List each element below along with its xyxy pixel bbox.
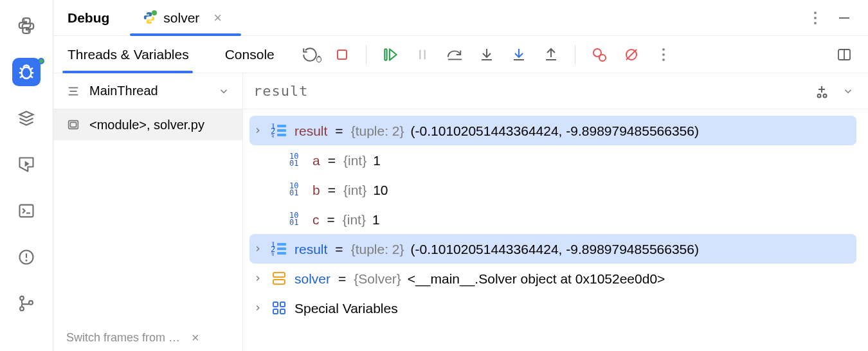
expand-icon[interactable] (252, 244, 264, 253)
rail-problems-icon[interactable] (12, 243, 41, 271)
svg-rect-77 (280, 309, 285, 314)
var-name: result (294, 242, 327, 256)
svg-rect-71 (277, 252, 286, 255)
svg-line-5 (20, 68, 23, 70)
variable-row[interactable]: solver = {Solver} <__main__.Solver objec… (249, 264, 856, 293)
stack-frame[interactable]: <module>, solver.py (53, 109, 242, 140)
frame-icon (66, 118, 80, 132)
var-value: 1 (372, 213, 380, 226)
svg-text:01: 01 (289, 188, 298, 197)
var-value: (-0.10102051443364424, -9.89897948556635… (411, 242, 699, 256)
chevron-down-icon (218, 86, 230, 97)
toolbar-more-icon[interactable] (655, 46, 672, 63)
var-name: solver (294, 272, 330, 285)
rail-debug-icon[interactable] (12, 58, 41, 86)
step-into-icon[interactable] (478, 46, 495, 63)
svg-rect-69 (277, 243, 286, 246)
var-type-icon: 123 (270, 123, 288, 138)
svg-rect-73 (273, 280, 285, 284)
thread-selector[interactable]: MainThread (53, 73, 242, 109)
hint-text: Switch frames from … (66, 331, 180, 345)
variable-row[interactable]: 1001a = {int} 1 (249, 145, 856, 175)
svg-rect-59 (277, 134, 286, 136)
svg-text:01: 01 (289, 159, 298, 167)
file-tab-label: solver (163, 10, 199, 26)
var-name: Special Variables (294, 302, 398, 315)
layout-icon[interactable] (836, 46, 853, 63)
var-type-icon: 1001 (288, 153, 306, 167)
svg-point-21 (814, 17, 817, 19)
add-watch-icon[interactable] (814, 84, 829, 99)
var-type: {int} (343, 213, 366, 226)
variable-row[interactable]: Special Variables (249, 293, 856, 323)
file-tab[interactable]: solver × (135, 0, 228, 35)
rail-stack-icon[interactable] (12, 104, 41, 132)
svg-point-0 (23, 19, 24, 21)
variable-row[interactable]: 123result = {tuple: 2} (-0.1010205144336… (249, 116, 856, 145)
svg-line-8 (30, 76, 33, 78)
svg-point-37 (599, 55, 606, 61)
minimize-icon[interactable] (837, 11, 851, 25)
svg-rect-57 (277, 125, 286, 127)
var-value: 10 (373, 183, 388, 197)
rail-terminal-icon[interactable] (12, 197, 41, 225)
var-type: {tuple: 2} (351, 124, 404, 138)
svg-rect-76 (273, 309, 278, 314)
svg-point-20 (814, 12, 817, 14)
close-icon[interactable]: × (213, 10, 222, 26)
resume-icon[interactable] (382, 46, 399, 63)
svg-point-22 (814, 22, 817, 24)
svg-point-40 (662, 48, 665, 51)
var-type-icon: 1001 (288, 212, 306, 226)
var-name: b (312, 183, 320, 197)
svg-point-18 (29, 301, 33, 305)
rail-run-icon[interactable] (12, 150, 41, 179)
thread-name: MainThread (89, 84, 158, 98)
svg-rect-72 (273, 273, 285, 277)
step-out-icon[interactable] (543, 46, 559, 63)
var-type: {tuple: 2} (351, 242, 404, 256)
tab-threads-variables[interactable]: Threads & Variables (68, 36, 204, 73)
svg-point-24 (316, 57, 321, 62)
var-type-icon: 1001 (288, 183, 306, 197)
svg-point-15 (26, 260, 28, 262)
svg-point-42 (662, 59, 665, 61)
svg-rect-75 (280, 302, 285, 307)
rail-python-icon[interactable] (12, 12, 41, 40)
var-value: 1 (373, 154, 381, 167)
hint-close-icon[interactable]: × (192, 330, 199, 345)
expand-icon[interactable] (252, 126, 264, 135)
svg-rect-70 (277, 248, 286, 250)
svg-marker-10 (25, 161, 30, 166)
var-type: {int} (343, 154, 366, 167)
expression-input[interactable] (252, 82, 814, 100)
view-breakpoints-icon[interactable] (591, 46, 608, 63)
rail-vcs-icon[interactable] (12, 289, 41, 318)
variable-row[interactable]: 1001c = {int} 1 (249, 204, 856, 234)
mute-breakpoints-icon[interactable] (623, 46, 640, 63)
more-icon[interactable] (809, 9, 822, 27)
variable-row[interactable]: 1001b = {int} 10 (249, 175, 856, 204)
svg-text:3: 3 (271, 134, 274, 138)
tab-console[interactable]: Console (225, 36, 290, 73)
svg-point-17 (20, 307, 24, 310)
step-over-icon[interactable] (446, 46, 463, 63)
var-type-icon: 123 (270, 242, 288, 256)
rerun-icon[interactable] (302, 46, 318, 63)
frame-label: <module>, solver.py (89, 118, 204, 132)
svg-point-19 (152, 10, 157, 15)
variable-row[interactable]: 123result = {tuple: 2} (-0.1010205144336… (249, 234, 856, 264)
expand-icon[interactable] (252, 274, 264, 283)
svg-point-1 (28, 31, 29, 32)
chevron-down-icon[interactable] (842, 86, 854, 97)
var-type: {Solver} (354, 272, 401, 285)
pause-icon[interactable] (414, 46, 431, 63)
step-into-my-icon[interactable] (511, 46, 527, 63)
panel-title: Debug (68, 10, 109, 26)
svg-text:3: 3 (271, 252, 274, 256)
expand-icon[interactable] (252, 303, 264, 312)
var-type-icon (270, 301, 288, 315)
svg-rect-49 (70, 122, 76, 127)
svg-text:01: 01 (289, 218, 298, 226)
stop-icon[interactable] (334, 46, 350, 63)
